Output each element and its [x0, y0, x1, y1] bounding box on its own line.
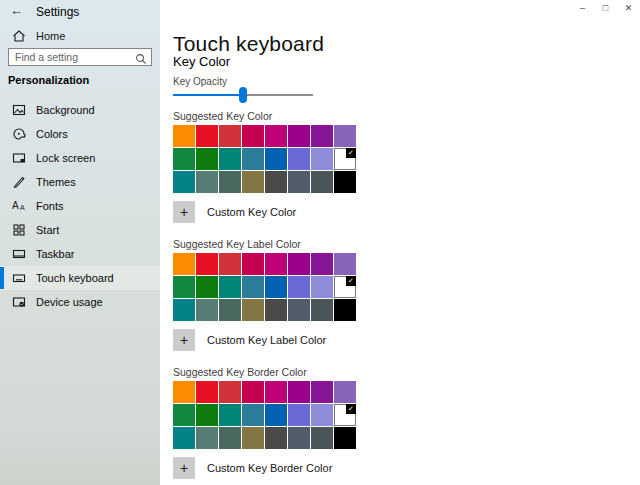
color-swatch[interactable] — [196, 253, 218, 275]
color-swatch[interactable] — [173, 427, 195, 449]
sidebar-item-touch-keyboard[interactable]: Touch keyboard — [0, 266, 160, 290]
sidebar-item-background[interactable]: Background — [0, 98, 160, 122]
color-swatch[interactable] — [288, 253, 310, 275]
color-swatch[interactable] — [265, 148, 287, 170]
palette-heading: Suggested Key Color — [173, 110, 473, 122]
color-swatch[interactable] — [173, 299, 195, 321]
color-swatch[interactable] — [288, 276, 310, 298]
color-swatch[interactable] — [242, 125, 264, 147]
maximize-button[interactable]: □ — [594, 0, 617, 16]
color-swatch[interactable] — [219, 125, 241, 147]
palette-section-suggested-key-color: Suggested Key Color✓+Custom Key Color — [173, 110, 473, 223]
color-swatch[interactable] — [265, 276, 287, 298]
color-swatch[interactable]: ✓ — [334, 404, 356, 426]
back-button[interactable]: ← — [10, 3, 23, 18]
color-swatch[interactable] — [311, 125, 333, 147]
color-swatch[interactable] — [219, 381, 241, 403]
color-swatch[interactable] — [311, 171, 333, 193]
color-swatch[interactable] — [242, 299, 264, 321]
color-swatch[interactable] — [219, 299, 241, 321]
sidebar-item-device-usage[interactable]: Device usage — [0, 290, 160, 314]
color-swatch[interactable] — [311, 404, 333, 426]
color-swatch[interactable]: ✓ — [334, 148, 356, 170]
color-swatch[interactable] — [288, 299, 310, 321]
color-swatch[interactable]: ✓ — [334, 276, 356, 298]
sidebar-item-start[interactable]: Start — [0, 218, 160, 242]
color-swatch[interactable] — [334, 427, 356, 449]
color-swatch[interactable] — [265, 299, 287, 321]
color-swatch[interactable] — [242, 427, 264, 449]
color-swatch[interactable] — [173, 171, 195, 193]
color-swatch[interactable] — [265, 253, 287, 275]
color-swatch[interactable] — [265, 404, 287, 426]
color-swatch[interactable] — [265, 427, 287, 449]
color-swatch[interactable] — [265, 125, 287, 147]
color-swatch[interactable] — [196, 148, 218, 170]
color-swatch[interactable] — [311, 381, 333, 403]
sidebar-item-taskbar[interactable]: Taskbar — [0, 242, 160, 266]
color-swatch[interactable] — [311, 253, 333, 275]
color-swatch[interactable] — [196, 427, 218, 449]
sidebar-item-fonts[interactable]: AAFonts — [0, 194, 160, 218]
color-swatch[interactable] — [288, 148, 310, 170]
search-icon[interactable] — [135, 51, 147, 69]
palette-sections: Suggested Key Color✓+Custom Key ColorSug… — [173, 110, 473, 485]
color-swatch[interactable] — [311, 148, 333, 170]
color-swatch[interactable] — [288, 427, 310, 449]
color-swatch[interactable] — [219, 404, 241, 426]
color-swatch[interactable] — [219, 276, 241, 298]
custom-color-button-custom-key-border-color[interactable]: +Custom Key Border Color — [173, 457, 473, 479]
color-swatch[interactable] — [311, 427, 333, 449]
color-swatch[interactable] — [288, 125, 310, 147]
color-swatch[interactable] — [196, 404, 218, 426]
color-swatch[interactable] — [196, 125, 218, 147]
color-swatch[interactable] — [242, 253, 264, 275]
color-swatch[interactable] — [311, 299, 333, 321]
color-swatch[interactable] — [173, 276, 195, 298]
sidebar-item-lock-screen[interactable]: Lock screen — [0, 146, 160, 170]
minimize-button[interactable]: – — [571, 0, 594, 16]
search-input[interactable] — [9, 49, 133, 65]
color-swatch[interactable] — [242, 148, 264, 170]
sidebar: ← Settings Home Personalization Backgrou… — [0, 0, 160, 485]
color-swatch[interactable] — [173, 148, 195, 170]
color-swatch[interactable] — [265, 381, 287, 403]
page-title: Touch keyboard — [173, 32, 324, 56]
slider-thumb[interactable] — [239, 87, 247, 103]
color-swatch[interactable] — [242, 381, 264, 403]
color-swatch[interactable] — [173, 253, 195, 275]
color-swatch[interactable] — [219, 171, 241, 193]
color-swatch[interactable] — [334, 125, 356, 147]
color-swatch[interactable] — [219, 253, 241, 275]
color-swatch[interactable] — [288, 404, 310, 426]
sidebar-item-home[interactable]: Home — [0, 26, 160, 46]
color-swatch[interactable] — [242, 276, 264, 298]
color-swatch[interactable] — [288, 171, 310, 193]
color-swatch[interactable] — [173, 125, 195, 147]
color-swatch[interactable] — [242, 404, 264, 426]
color-swatch[interactable] — [265, 171, 287, 193]
sidebar-item-colors[interactable]: Colors — [0, 122, 160, 146]
color-swatch[interactable] — [334, 253, 356, 275]
custom-color-button-custom-key-color[interactable]: +Custom Key Color — [173, 201, 473, 223]
color-swatch[interactable] — [196, 381, 218, 403]
color-swatch[interactable] — [311, 276, 333, 298]
color-swatch[interactable] — [219, 427, 241, 449]
color-swatch[interactable] — [242, 171, 264, 193]
close-button[interactable]: ✕ — [617, 0, 640, 16]
color-swatch[interactable] — [196, 299, 218, 321]
custom-color-button-custom-key-label-color[interactable]: +Custom Key Label Color — [173, 329, 473, 351]
color-swatch[interactable] — [196, 171, 218, 193]
key-opacity-slider[interactable] — [173, 87, 313, 103]
color-swatch[interactable] — [334, 299, 356, 321]
color-swatch[interactable] — [334, 171, 356, 193]
color-swatch[interactable] — [196, 276, 218, 298]
check-icon: ✓ — [346, 148, 356, 158]
sidebar-item-label: Start — [36, 224, 59, 236]
color-swatch[interactable] — [173, 404, 195, 426]
color-swatch[interactable] — [334, 381, 356, 403]
color-swatch[interactable] — [173, 381, 195, 403]
sidebar-item-themes[interactable]: Themes — [0, 170, 160, 194]
color-swatch[interactable] — [288, 381, 310, 403]
color-swatch[interactable] — [219, 148, 241, 170]
